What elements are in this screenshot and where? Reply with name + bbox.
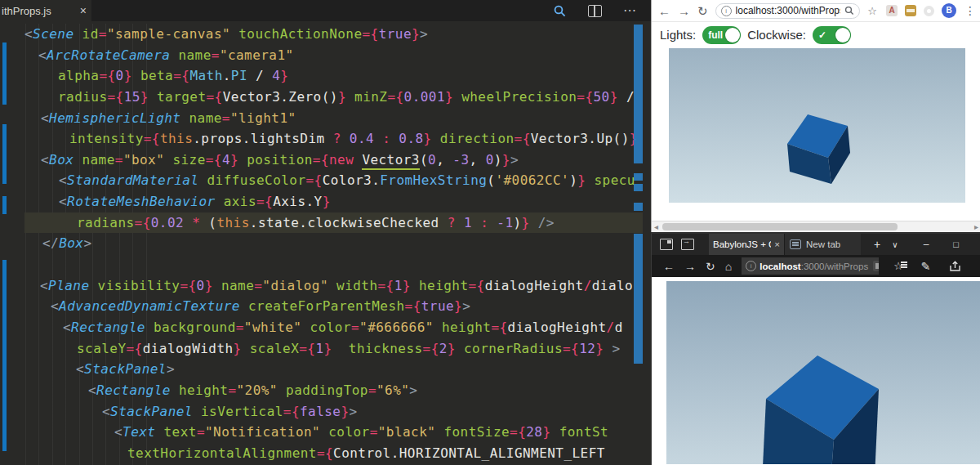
bookmark-star-icon[interactable]: ☆ [867,5,877,17]
web-notes-pen-icon[interactable]: ✎ [921,260,931,273]
chrome-toolbar: ← → ↻ i localhost:3000/withProps ☆ A B ⋮ [652,0,980,22]
controls-row: Lights: full Clockwise: ✓ [652,22,980,47]
code-line: alpha={0} beta={Math.PI / 4} [24,65,643,87]
favorites-list-icon[interactable]: ☆ [893,260,903,272]
code-line [24,254,643,275]
search-editor-icon[interactable] [553,4,567,18]
editor-tab-bar: ithProps.js × ⋯ [0,0,651,21]
scrollbar-thumb[interactable] [662,223,898,230]
ruler-mark [634,173,643,181]
code-line: radians={0.02 * (this.state.clockwiseChe… [24,212,643,234]
home-icon[interactable]: ⌂ [725,260,732,273]
code-line: <Scene id="sample-canvas" touchActionNon… [24,24,643,45]
code-line: radius={15} target={Vector3.Zero()} minZ… [24,87,643,108]
edge-tab-title: BabylonJS + Crea [713,239,771,249]
profile-avatar[interactable]: B [942,3,956,18]
cube-3d-small [669,48,965,203]
minimize-icon[interactable]: – [924,239,929,250]
ruler-mark [634,184,643,191]
edge-nav-bar: ← → ↻ ⌂ i localhost:3000/withProps ☆ ☆ ✎ [652,255,980,277]
maximize-icon[interactable]: □ [953,239,959,249]
code-line: <Plane visibility={0} name="dialog" widt… [24,275,643,297]
ruler-mark [634,203,643,211]
forward-icon[interactable]: → [684,260,696,273]
tab-close-icon[interactable]: × [774,239,780,249]
edge-url-host: localhost [760,262,800,271]
edge-title-bar: BabylonJS + Crea × New tab + ∨ – □ [652,234,980,255]
edge-tab-title: New tab [806,239,840,249]
tab-preview-icon[interactable] [660,239,673,250]
modified-line-mark [2,260,7,451]
vscode-editor: ithProps.js × ⋯ <Scene id="sample-canvas… [0,0,651,465]
code-line: <Rectangle height="20%" paddingTop="6%"> [24,380,643,401]
lights-toggle-value: full [708,29,723,41]
code-line: <AdvancedDynamicTexture createForParentM… [24,296,643,317]
lights-label: Lights: [660,28,696,42]
code-line: <StackPanel isVertical={false}> [24,401,643,423]
modified-line-mark [2,124,7,184]
more-actions-icon[interactable]: ⋯ [623,7,638,15]
reload-icon[interactable]: ↻ [706,260,715,273]
scroll-right-icon[interactable]: ▸ [974,221,978,232]
code-line: <RotateMeshBehavior axis={Axis.Y} [24,191,643,212]
forward-icon[interactable]: → [678,5,690,17]
code-line: <Box name="box" size={4} position={new V… [24,150,643,171]
reload-icon[interactable]: ↻ [697,5,708,17]
edge-tab-babylonjs[interactable]: BabylonJS + Crea × [709,234,784,255]
chrome-address-bar[interactable]: i localhost:3000/withProps [715,3,861,19]
pdf-extension-icon[interactable]: A [886,5,898,16]
zoom-indicator-icon[interactable] [844,6,854,16]
shield-extension-icon[interactable] [905,5,916,16]
clockwise-check-icon: ✓ [818,29,826,41]
code-line: <ArcRotateCamera name="camera1" [24,45,643,66]
modified-line-mark [2,196,7,214]
split-editor-icon[interactable] [588,5,602,17]
extension-icons: A B [886,3,956,18]
lights-toggle[interactable]: full [702,26,741,44]
editor-actions: ⋯ [553,4,651,18]
chrome-menu-icon[interactable]: ⋮ [964,4,976,17]
clockwise-toggle[interactable]: ✓ [813,26,851,44]
horizontal-scrollbar[interactable]: ◂ ▸ [652,221,980,232]
back-icon[interactable]: ← [663,260,675,273]
share-icon[interactable] [949,261,961,272]
lights-toggle-knob[interactable] [725,28,740,42]
tab-withprops[interactable]: ithProps.js × [0,0,91,21]
code-line: <Text text="Notification" color="black" … [24,422,643,443]
code-line: <StackPanel> [24,359,643,380]
edge-toolbar-icons: ☆ ✎ [893,260,960,273]
screenshot-root: { "editor": { "tab": {"label": "ithProps… [0,0,980,465]
chrome-window: ← → ↻ i localhost:3000/withProps ☆ A B ⋮… [651,0,980,234]
babylon-canvas-large[interactable] [666,281,980,464]
code-line: textHorizontalAlignment={Control.HORIZON… [24,443,643,464]
edge-tab-newtab[interactable]: New tab [784,234,861,255]
scroll-left-icon[interactable]: ◂ [654,221,658,232]
modified-line-mark [2,42,7,105]
babylon-canvas-small[interactable] [669,48,965,203]
code-area[interactable]: <Scene id="sample-canvas" touchActionNon… [24,24,643,465]
tab-menu-chevron-icon[interactable]: ∨ [892,240,898,249]
cube-3d-large [666,281,980,464]
code-line: <Rectangle background="white" color="#66… [24,317,643,338]
code-line: <StandardMaterial diffuseColor={Color3.F… [24,170,643,191]
edge-page-content [652,277,980,465]
clockwise-toggle-knob[interactable] [835,28,850,42]
chrome-url: localhost:3000/withProps [736,5,841,16]
gear-extension-icon[interactable] [924,6,934,16]
set-tabs-aside-icon[interactable] [681,239,694,250]
site-info-icon[interactable]: i [721,6,732,16]
new-tab-icon[interactable]: + [874,238,880,251]
newtab-favicon [790,239,801,249]
back-icon[interactable]: ← [658,5,670,17]
ruler-mark [634,25,643,163]
tab-close-icon[interactable]: × [80,5,87,16]
edge-address-bar[interactable]: i localhost:3000/withProps ☆ [742,257,879,275]
clockwise-label: Clockwise: [747,28,806,42]
edge-window: BabylonJS + Crea × New tab + ∨ – □ ← → ↻… [651,234,980,465]
tab-label: ithProps.js [2,5,51,17]
edge-url-path: :3000/withProps [801,262,868,271]
site-info-icon[interactable]: i [746,261,756,271]
code-line: </Box> [24,233,643,254]
code-line: intensity={this.props.lightsDim ? 0.4 : … [24,128,643,150]
reading-view-icon[interactable] [873,261,879,271]
